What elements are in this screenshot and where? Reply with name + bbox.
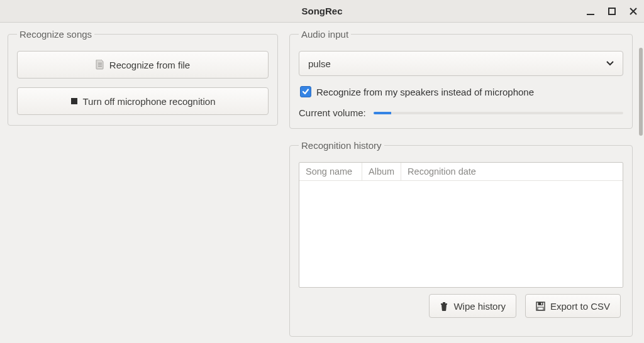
maximize-icon	[608, 8, 616, 15]
recognize-songs-frame: Recognize songs Recognize from file Turn…	[8, 29, 278, 126]
recognize-from-file-label: Recognize from file	[109, 60, 190, 70]
scrollbar[interactable]	[640, 48, 644, 343]
svg-rect-1	[609, 8, 615, 14]
svg-rect-10	[541, 303, 542, 305]
check-icon	[302, 88, 309, 95]
chevron-down-icon	[606, 61, 614, 66]
svg-rect-4	[98, 66, 102, 67]
col-header-date[interactable]: Recognition date	[401, 163, 623, 180]
window-controls	[584, 0, 640, 23]
svg-rect-0	[587, 14, 594, 15]
history-buttons: Wipe history Export to CSV	[299, 288, 623, 318]
recognition-history-legend: Recognition history	[299, 140, 384, 151]
speakers-checkbox-row: Recognize from my speakers instead of mi…	[299, 86, 623, 97]
history-table: Song name Album Recognition date	[299, 162, 623, 288]
col-header-song[interactable]: Song name	[299, 163, 362, 180]
svg-rect-3	[98, 65, 102, 65]
export-csv-label: Export to CSV	[550, 301, 610, 312]
svg-rect-11	[538, 307, 543, 310]
volume-bar	[374, 112, 623, 114]
minimize-button[interactable]	[584, 4, 597, 18]
svg-rect-9	[538, 302, 543, 305]
svg-rect-2	[98, 63, 102, 63]
wipe-history-label: Wipe history	[453, 301, 506, 312]
close-button[interactable]	[626, 4, 640, 18]
volume-row: Current volume:	[299, 107, 623, 118]
stop-icon	[70, 97, 78, 105]
svg-rect-5	[71, 98, 77, 104]
turn-off-mic-label: Turn off microphone recognition	[83, 96, 216, 107]
content-area: Recognize songs Recognize from file Turn…	[0, 23, 644, 343]
history-table-header: Song name Album Recognition date	[299, 163, 623, 181]
minimize-icon	[586, 7, 595, 16]
right-column: Audio input pulse Recognize from my spea…	[289, 29, 636, 337]
left-column: Recognize songs Recognize from file Turn…	[8, 29, 278, 337]
scrollbar-thumb[interactable]	[639, 48, 643, 136]
svg-rect-7	[443, 302, 445, 303]
speakers-checkbox[interactable]	[300, 86, 311, 97]
audio-device-dropdown[interactable]: pulse	[299, 51, 623, 76]
audio-input-frame: Audio input pulse Recognize from my spea…	[289, 29, 633, 129]
trash-icon	[440, 302, 448, 311]
window-title: SongRec	[301, 6, 342, 16]
svg-rect-6	[441, 303, 447, 305]
speakers-checkbox-label: Recognize from my speakers instead of mi…	[316, 87, 534, 97]
export-csv-button[interactable]: Export to CSV	[525, 294, 621, 318]
scrollbar-track	[639, 48, 643, 343]
recognize-songs-legend: Recognize songs	[17, 29, 94, 40]
recognize-from-file-button[interactable]: Recognize from file	[17, 51, 269, 79]
close-icon	[630, 8, 637, 15]
volume-fill	[374, 112, 391, 114]
titlebar: SongRec	[0, 0, 644, 23]
col-header-album[interactable]: Album	[362, 163, 401, 180]
volume-label: Current volume:	[299, 107, 366, 118]
file-icon	[96, 60, 104, 70]
maximize-button[interactable]	[605, 4, 619, 18]
turn-off-mic-button[interactable]: Turn off microphone recognition	[17, 87, 269, 115]
save-icon	[536, 302, 545, 311]
recognition-history-frame: Recognition history Song name Album Reco…	[289, 140, 633, 337]
audio-device-selected: pulse	[308, 58, 331, 69]
wipe-history-button[interactable]: Wipe history	[429, 294, 516, 318]
audio-input-legend: Audio input	[299, 29, 351, 40]
